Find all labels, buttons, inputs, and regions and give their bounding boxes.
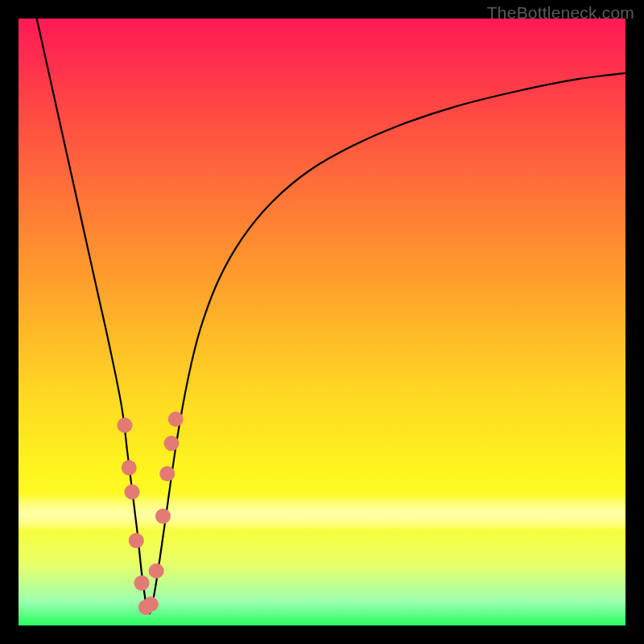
curve-marker <box>122 460 137 475</box>
curve-layer <box>19 19 625 625</box>
curve-marker <box>143 597 159 612</box>
curve-marker <box>117 418 132 433</box>
curve-marker <box>129 533 144 548</box>
curve-marker <box>159 466 175 481</box>
curve-marker <box>155 509 171 524</box>
bottleneck-curve <box>37 19 625 613</box>
chart-frame: TheBottleneck.com <box>0 0 644 644</box>
curve-marker <box>168 411 184 427</box>
plot-area <box>19 19 625 625</box>
curve-marker <box>164 436 180 451</box>
curve-marker <box>149 564 164 579</box>
curve-marker <box>125 485 140 500</box>
curve-marker <box>134 576 150 591</box>
watermark-text: TheBottleneck.com <box>487 3 634 23</box>
